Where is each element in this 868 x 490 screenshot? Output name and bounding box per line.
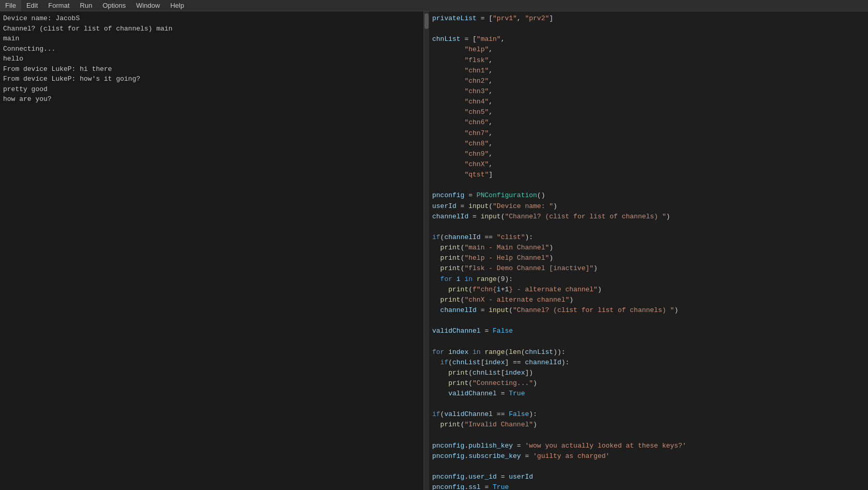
- code-line: "chn7",: [429, 128, 868, 139]
- menubar-items: File Edit Format Run Options Window Help: [0, 0, 189, 11]
- code-line: chnList = ["main",: [429, 34, 868, 44]
- code-line: [429, 180, 868, 190]
- code-line: privateList = ["prv1", "prv2"]: [429, 13, 868, 24]
- code-line: pnconfig.ssl = True: [429, 482, 868, 490]
- code-line: "chn9",: [429, 149, 868, 159]
- code-line: print("chnX - alternate channel"): [429, 295, 868, 305]
- code-line: if(channelId == "clist"):: [429, 232, 868, 243]
- code-line: "qtst"]: [429, 170, 868, 180]
- code-line: if(validChannel == False):: [429, 409, 868, 420]
- terminal-line: Connecting...: [3, 44, 420, 54]
- main-area: Device name: JacobS Channel? (clist for …: [0, 11, 868, 490]
- code-line: validChannel = True: [429, 389, 868, 399]
- code-line: "chn8",: [429, 139, 868, 149]
- code-line: "chn6",: [429, 117, 868, 128]
- code-line: validChannel = False: [429, 326, 868, 336]
- terminal-pane[interactable]: Device name: JacobS Channel? (clist for …: [0, 11, 424, 490]
- menu-run[interactable]: Run: [75, 0, 98, 11]
- code-line: pnconfig.publish_key = 'wow you actually…: [429, 441, 868, 451]
- code-line: pnconfig.subscribe_key = 'guilty as char…: [429, 451, 868, 462]
- code-line: "chn3",: [429, 86, 868, 97]
- code-line: print("flsk - Demo Channel [inactive]"): [429, 263, 868, 274]
- menu-window[interactable]: Window: [131, 0, 165, 11]
- terminal-line: From device LukeP: hi there: [3, 64, 420, 75]
- code-line: channelId = input("Channel? (clist for l…: [429, 305, 868, 316]
- code-line: pnconfig = PNConfiguration(): [429, 190, 868, 201]
- code-line: for i in range(9):: [429, 274, 868, 285]
- terminal-line: pretty good: [3, 84, 420, 95]
- code-line: [429, 24, 868, 34]
- code-line: "chnX",: [429, 159, 868, 170]
- code-line: print("help - Help Channel"): [429, 253, 868, 263]
- code-editor[interactable]: privateList = ["prv1", "prv2"] chnList =…: [429, 11, 868, 490]
- code-line: "chn2",: [429, 76, 868, 86]
- code-line: "chn4",: [429, 97, 868, 107]
- code-line: [429, 430, 868, 441]
- code-line: if(chnList[index] == channelId):: [429, 358, 868, 368]
- code-line: [429, 462, 868, 472]
- menu-edit[interactable]: Edit: [21, 0, 43, 11]
- code-line: print("Connecting..."): [429, 378, 868, 389]
- code-line: pnconfig.user_id = userId: [429, 472, 868, 482]
- code-line: "help",: [429, 44, 868, 55]
- menu-format[interactable]: Format: [43, 0, 74, 11]
- code-line: print("Invalid Channel"): [429, 420, 868, 430]
- code-line: [429, 222, 868, 232]
- code-line: [429, 316, 868, 326]
- menu-help[interactable]: Help: [165, 0, 189, 11]
- terminal-line: how are you?: [3, 94, 420, 105]
- menubar: File Edit Format Run Options Window Help: [0, 0, 868, 11]
- scroll-thumb[interactable]: [424, 13, 429, 29]
- code-line: userId = input("Device name: "): [429, 201, 868, 212]
- menu-file[interactable]: File: [0, 0, 21, 11]
- code-line: "flsk",: [429, 55, 868, 66]
- scrollbar-divider: [424, 11, 429, 490]
- code-line: for index in range(len(chnList)):: [429, 347, 868, 358]
- code-line: print(chnList[index]): [429, 368, 868, 378]
- code-line: "chn1",: [429, 66, 868, 76]
- code-line: channelId = input("Channel? (clist for l…: [429, 212, 868, 222]
- code-line: print("main - Main Channel"): [429, 243, 868, 253]
- terminal-line: From device LukeP: how's it going?: [3, 74, 420, 84]
- code-line: [429, 336, 868, 347]
- code-line: print(f"chn{i+1} - alternate channel"): [429, 285, 868, 295]
- code-line: [429, 399, 868, 409]
- menu-options[interactable]: Options: [97, 0, 131, 11]
- code-line: "chn5",: [429, 107, 868, 117]
- terminal-line: Device name: JacobS: [3, 13, 420, 24]
- terminal-line: hello: [3, 54, 420, 64]
- terminal-line: main: [3, 34, 420, 44]
- terminal-line: Channel? (clist for list of channels) ma…: [3, 24, 420, 34]
